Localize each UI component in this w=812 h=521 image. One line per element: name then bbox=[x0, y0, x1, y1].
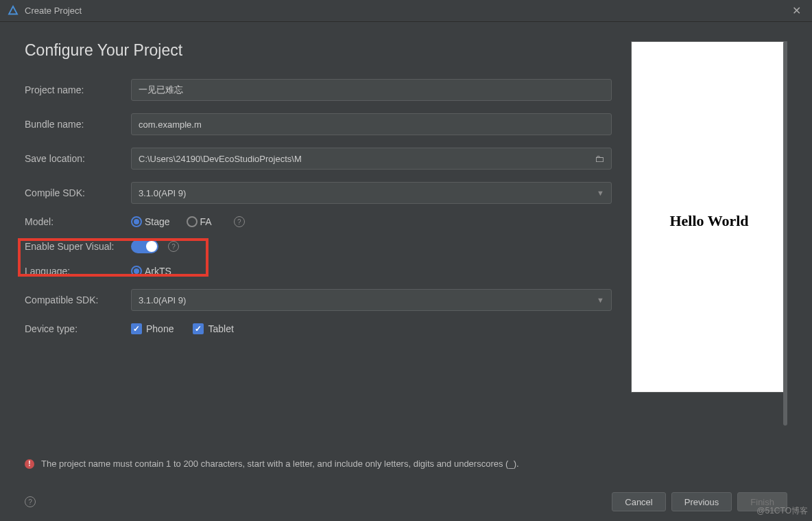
help-icon[interactable]: ? bbox=[168, 241, 179, 252]
super-visual-toggle[interactable] bbox=[131, 240, 158, 253]
titlebar: Create Project ✕ bbox=[0, 0, 812, 22]
checkbox-tablet[interactable]: Tablet bbox=[193, 323, 233, 334]
chevron-down-icon: ▼ bbox=[597, 189, 604, 197]
project-name-input[interactable] bbox=[131, 79, 612, 101]
help-icon[interactable]: ? bbox=[25, 496, 36, 507]
compatible-sdk-select[interactable]: 3.1.0(API 9) ▼ bbox=[131, 289, 612, 311]
scrollbar-thumb[interactable] bbox=[783, 41, 787, 426]
label-save-location: Save location: bbox=[25, 153, 131, 164]
compatible-sdk-value: 3.1.0(API 9) bbox=[139, 295, 186, 305]
page-title: Configure Your Project bbox=[25, 41, 612, 60]
close-icon[interactable]: ✕ bbox=[788, 4, 805, 17]
label-compile-sdk: Compile SDK: bbox=[25, 187, 131, 198]
label-project-name: Project name: bbox=[25, 84, 131, 95]
preview-pane: Hello World bbox=[631, 41, 787, 393]
error-text: The project name must contain 1 to 200 c… bbox=[41, 459, 519, 469]
titlebar-title: Create Project bbox=[25, 5, 788, 16]
chevron-down-icon: ▼ bbox=[597, 296, 604, 304]
bundle-name-input[interactable] bbox=[131, 113, 612, 135]
radio-stage[interactable]: Stage bbox=[131, 216, 170, 227]
error-icon: ! bbox=[25, 459, 34, 469]
save-location-value: C:\Users\24190\DevEcoStudioProjects\M bbox=[139, 154, 302, 164]
app-icon bbox=[7, 5, 19, 17]
label-super-visual: Enable Super Visual: bbox=[25, 241, 131, 252]
label-compatible-sdk: Compatible SDK: bbox=[25, 294, 131, 305]
compile-sdk-select[interactable]: 3.1.0(API 9) ▼ bbox=[131, 182, 612, 204]
help-icon[interactable]: ? bbox=[234, 216, 245, 227]
label-device-type: Device type: bbox=[25, 323, 131, 334]
preview-text: Hello World bbox=[669, 212, 748, 230]
cancel-button[interactable]: Cancel bbox=[612, 492, 665, 511]
previous-button[interactable]: Previous bbox=[671, 492, 732, 511]
radio-fa[interactable]: FA bbox=[187, 216, 212, 227]
error-message: ! The project name must contain 1 to 200… bbox=[0, 446, 812, 469]
label-language: Language: bbox=[25, 266, 131, 277]
save-location-input[interactable]: C:\Users\24190\DevEcoStudioProjects\M 🗀 bbox=[131, 148, 612, 170]
label-bundle-name: Bundle name: bbox=[25, 119, 131, 130]
watermark: @51CTO博客 bbox=[756, 505, 808, 517]
scrollbar[interactable] bbox=[783, 41, 787, 446]
compile-sdk-value: 3.1.0(API 9) bbox=[139, 188, 186, 198]
radio-arkts[interactable]: ArkTS bbox=[131, 266, 171, 277]
checkbox-phone[interactable]: Phone bbox=[131, 323, 174, 334]
folder-icon[interactable]: 🗀 bbox=[595, 153, 604, 164]
label-model: Model: bbox=[25, 216, 131, 227]
